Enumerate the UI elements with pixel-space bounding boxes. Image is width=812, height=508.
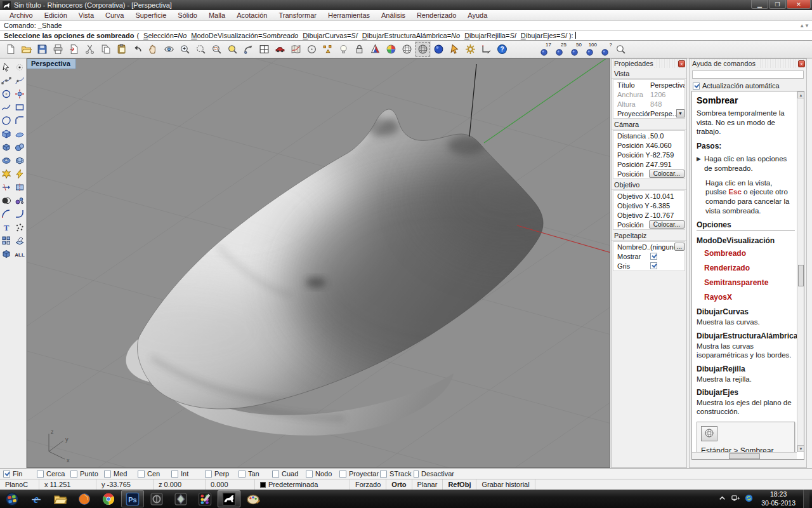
- osnap-points-icon[interactable]: [320, 41, 336, 57]
- surface-patch-icon[interactable]: [13, 127, 26, 140]
- text-icon[interactable]: T: [0, 220, 13, 234]
- save-icon[interactable]: [34, 41, 50, 57]
- start-icon[interactable]: [1, 490, 23, 507]
- render-sphere-custom-button[interactable]: ?: [598, 42, 613, 58]
- badge-app-icon[interactable]: [169, 490, 192, 507]
- menu-transformar[interactable]: Transformar: [273, 11, 322, 20]
- toggle-planar[interactable]: Planar: [412, 479, 443, 490]
- command-prompt-line[interactable]: Seleccione las opciones de sombreado ( S…: [0, 30, 812, 41]
- row-posicion-z[interactable]: Posición Z47.991: [613, 159, 684, 169]
- mostrar-checkbox[interactable]: [650, 253, 657, 260]
- rectangle-icon[interactable]: [13, 100, 26, 114]
- cmd-option-rejilla[interactable]: DibujarRejilla: [464, 32, 506, 39]
- internet-explorer-icon[interactable]: e: [25, 490, 48, 507]
- closed-curve-icon[interactable]: [0, 114, 13, 127]
- menu-malla[interactable]: Malla: [203, 11, 231, 20]
- open-folder-icon[interactable]: [18, 41, 34, 57]
- help-content[interactable]: Sombrear Sombrea temporalmente la vista.…: [691, 91, 804, 460]
- menu-curva[interactable]: Curva: [100, 11, 129, 20]
- show-desktop-button[interactable]: [803, 490, 809, 508]
- close-icon[interactable]: x: [798, 60, 805, 67]
- cmd-option-modo[interactable]: ModoDeVisualización: [191, 32, 258, 39]
- select-all-icon[interactable]: ALL: [13, 247, 26, 260]
- render-sphere-25-button[interactable]: 25: [552, 42, 567, 58]
- undo-icon[interactable]: [129, 41, 145, 57]
- select-icon[interactable]: [0, 60, 13, 74]
- row-posicion-x[interactable]: Posición X46.060: [613, 140, 684, 150]
- menu-vista[interactable]: Vista: [73, 11, 100, 20]
- menu-ayuda[interactable]: Ayuda: [462, 11, 493, 20]
- firefox-icon[interactable]: [73, 490, 96, 507]
- app-3d-icon[interactable]: [145, 490, 168, 507]
- zoom-icon[interactable]: [177, 41, 193, 57]
- trim-icon[interactable]: [0, 180, 13, 194]
- osnap-med[interactable]: Med: [104, 470, 138, 478]
- color-app-icon[interactable]: [193, 490, 216, 507]
- render-sphere-50-button[interactable]: 50: [567, 42, 582, 58]
- properties-panel-header[interactable]: Propiedades x: [612, 59, 686, 68]
- osnap-nodo[interactable]: Nodo: [306, 470, 339, 478]
- cutting-plane-icon[interactable]: [13, 234, 26, 247]
- curve-freeform-icon[interactable]: [0, 100, 13, 114]
- tray-chevron-up-icon[interactable]: [717, 493, 727, 504]
- toggle-grabar-historial[interactable]: Grabar historial: [476, 479, 535, 490]
- toggle-refobj[interactable]: RefObj: [443, 479, 476, 490]
- title-bar[interactable]: Sin título - Rhinoceros (Corporativa) - …: [0, 0, 812, 10]
- rotate-view-icon[interactable]: [161, 41, 177, 57]
- link-renderizado[interactable]: Renderizado: [704, 264, 795, 272]
- map-icon[interactable]: [288, 41, 304, 57]
- row-distancia[interactable]: Distancia ...50.0: [613, 131, 684, 140]
- array-icon[interactable]: [0, 234, 13, 247]
- paint-icon[interactable]: [242, 490, 265, 507]
- display-mode-icon[interactable]: [367, 41, 383, 57]
- photoshop-icon[interactable]: Ps: [121, 490, 144, 507]
- control-point-curve-icon[interactable]: [0, 74, 13, 87]
- cmd-option-seleccion[interactable]: Selección: [143, 32, 174, 39]
- point-icon[interactable]: [13, 60, 26, 74]
- zoom-window-icon[interactable]: [209, 41, 225, 57]
- esc-key-link[interactable]: Esc: [728, 188, 741, 196]
- shade-toolbar-button[interactable]: [701, 426, 717, 441]
- arc-icon[interactable]: [0, 207, 13, 220]
- link-rayosx[interactable]: RayosX: [704, 293, 795, 302]
- circle-icon[interactable]: [0, 87, 13, 100]
- explode-icon[interactable]: [0, 167, 13, 180]
- curve-edit-icon[interactable]: [13, 74, 26, 87]
- gris-checkbox[interactable]: [650, 262, 657, 269]
- layer-cell[interactable]: Predeterminada: [255, 479, 350, 490]
- fillet-arc-icon[interactable]: [13, 207, 26, 220]
- osnap-punto[interactable]: Punto: [70, 470, 104, 478]
- render-sphere-17-button[interactable]: 17: [537, 42, 552, 58]
- help-vertical-scrollbar[interactable]: ▲▼: [797, 91, 804, 452]
- colocar-target-button[interactable]: Colocar...: [649, 220, 684, 229]
- wireframe-sphere-icon[interactable]: [399, 41, 415, 57]
- row-nombre[interactable]: NombreD...(ninguno)...: [613, 242, 684, 251]
- spheres-icon[interactable]: [13, 140, 26, 154]
- osnap-cen[interactable]: Cen: [138, 470, 171, 478]
- clock[interactable]: 18:23 30-05-2013: [757, 490, 799, 507]
- lightbulb-icon[interactable]: [336, 41, 351, 57]
- rendered-sphere-icon[interactable]: [431, 41, 447, 57]
- cursor-icon[interactable]: [447, 41, 462, 57]
- orient-icon[interactable]: [13, 87, 26, 100]
- help-icon[interactable]: ?: [494, 41, 510, 57]
- row-objetivo-y[interactable]: Objetivo Y-6.385: [613, 201, 684, 210]
- toggle-forzado[interactable]: Forzado: [350, 479, 386, 490]
- zoom-dynamic-icon[interactable]: [193, 41, 209, 57]
- osnap-cerca[interactable]: Cerca: [37, 470, 70, 478]
- osnap-fin[interactable]: Fin: [3, 470, 37, 478]
- torus-icon[interactable]: [0, 154, 13, 167]
- viewport-title[interactable]: Perspectiva: [27, 59, 76, 69]
- windows-update-icon[interactable]: [744, 493, 754, 504]
- gear-icon[interactable]: [462, 41, 478, 57]
- row-posicion-y[interactable]: Posición Y-82.759: [613, 150, 684, 159]
- box-icon[interactable]: [0, 140, 13, 154]
- row-objetivo-x[interactable]: Objetivo X-10.041: [613, 191, 684, 201]
- menu-analisis[interactable]: Análisis: [376, 11, 411, 20]
- undo-view-icon[interactable]: [240, 41, 256, 57]
- network-icon[interactable]: [731, 493, 740, 504]
- close-icon[interactable]: x: [678, 60, 685, 67]
- zoom-selected-icon[interactable]: [225, 41, 240, 57]
- render-sphere-100-button[interactable]: 100: [582, 42, 598, 58]
- osnap-strack[interactable]: STrack: [380, 470, 414, 478]
